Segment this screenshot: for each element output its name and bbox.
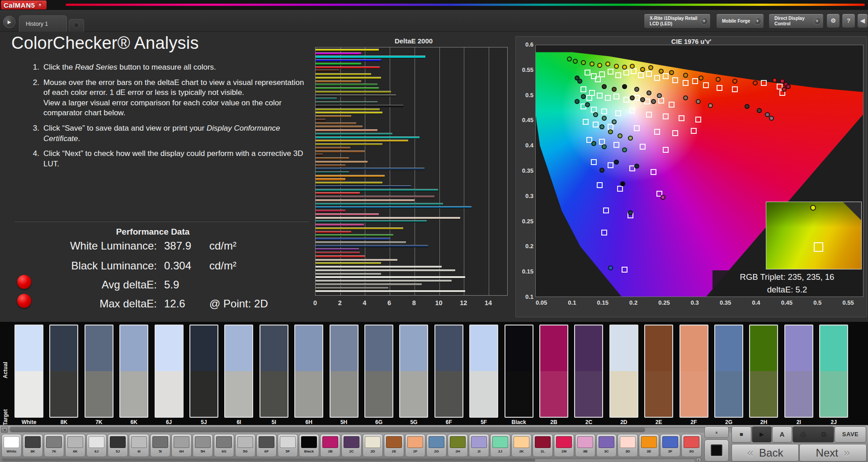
deltae-bar[interactable] [316,52,361,54]
settings-button[interactable]: ⚙ [826,14,840,28]
cie-measured-point[interactable] [591,141,596,146]
patch-swatch-button[interactable]: 6G [214,434,234,457]
cie-measured-point[interactable] [622,65,627,70]
deltae-bar[interactable] [316,206,472,208]
patch-swatch-button[interactable]: 2I [469,434,489,457]
cie-measured-point[interactable] [640,97,645,102]
deltae-bar[interactable] [316,238,390,240]
deltae-bar[interactable] [316,269,455,271]
deltae-bar[interactable] [316,98,337,99]
patch-swatch-button[interactable]: 5F [278,434,298,457]
patch-swatch-button[interactable]: 2B [320,434,340,457]
deltae-bar[interactable] [316,178,345,180]
deltae-bar[interactable] [316,234,393,236]
panel-expand-button[interactable]: ▲ [704,426,729,438]
deltae-bar[interactable] [316,231,351,233]
patch-swatch-button[interactable]: 8K [23,434,43,457]
deltae-bar[interactable] [316,165,345,166]
deltae-bar[interactable] [316,84,377,85]
patch-swatch-button[interactable]: 3G [681,434,702,457]
deltae-bar[interactable] [316,182,382,184]
deltae-bar[interactable] [316,115,351,117]
swatch-scrollbar[interactable] [1,458,695,462]
deltae-bar[interactable] [316,227,403,229]
deltae-bar[interactable] [316,241,406,243]
patch-swatch-button[interactable]: 3B [575,434,595,457]
stop-button[interactable]: ■ [731,426,751,443]
meter-dropdown[interactable]: X-Rite i1Display Retail LCD (LED) ▼ [644,14,711,28]
deltae-bar[interactable] [316,123,356,124]
deltae-bar[interactable] [316,137,420,138]
deltae-bar[interactable] [316,49,379,51]
deltae-bar[interactable] [316,126,363,127]
add-tab-button[interactable] [69,19,84,32]
patch-swatch-button[interactable]: 2F [405,434,425,457]
deltae-bar[interactable] [316,287,388,289]
cie-measured-point[interactable] [614,160,619,165]
deltae-bar[interactable] [316,94,396,96]
cie-measured-point[interactable] [599,124,604,129]
deltae-bar[interactable] [316,66,380,68]
deltae-bar[interactable] [316,210,345,212]
cie-measured-point[interactable] [782,87,787,92]
print-icon[interactable]: ⎙ [801,430,806,438]
deltae-bar[interactable] [316,108,380,110]
deltae-bar[interactable] [316,63,361,65]
cie-measured-point[interactable] [651,99,656,104]
deltae-bar[interactable] [316,157,349,159]
export-icon[interactable]: ⧉ [821,430,826,438]
deltae-bar[interactable] [316,91,391,93]
cie-measured-point[interactable] [634,164,639,169]
patch-swatch-button[interactable]: 2M [554,434,574,457]
patch-swatch-button[interactable]: 6H [171,434,192,457]
deltae-bar[interactable] [316,101,377,103]
patch-swatch-button[interactable]: 2J [490,434,510,457]
cie-measured-point[interactable] [612,119,617,124]
cie-measured-point[interactable] [573,59,578,64]
cie-measured-point[interactable] [608,265,613,270]
patch-swatch-button[interactable]: Black [299,434,319,457]
swatch-scroll-right-button[interactable]: ▸ [696,458,701,462]
cie-measured-point[interactable] [608,129,613,134]
display-control-dropdown[interactable]: Direct Display Control ▼ [769,14,824,28]
cie-measured-point[interactable] [622,84,627,89]
deltae-bar[interactable] [316,161,368,163]
deltae-bar[interactable] [316,112,382,113]
source-dropdown[interactable]: Mobile Forge ▼ [716,14,764,28]
back-button[interactable]: « Back [731,444,799,462]
cie-measured-point[interactable] [602,84,607,89]
deltae-bar[interactable] [316,189,438,191]
cie-measured-point[interactable] [753,80,758,85]
deltae-bar[interactable] [316,220,427,222]
deltae-bar[interactable] [316,283,422,285]
deltae-bar[interactable] [316,262,381,264]
cie-measured-point[interactable] [581,94,586,99]
cie-measured-point[interactable] [593,112,598,117]
deltae-bar[interactable] [316,203,443,205]
scroll-left-button[interactable]: ◂ [1,427,8,433]
patch-swatch-button[interactable]: 5G [235,434,255,457]
deltae-bar[interactable] [316,252,360,254]
patch-swatch-button[interactable]: 5H [193,434,213,457]
deltae-bar[interactable] [316,80,361,82]
collapse-panel-button[interactable]: ◀ [857,14,868,28]
patch-swatch-button[interactable]: 2K [511,434,532,457]
deltae-bar[interactable] [316,143,382,145]
deltae-bar[interactable] [316,185,411,187]
deltae-bar[interactable] [316,192,360,194]
cie-measured-point[interactable] [577,79,582,84]
patch-swatch-button[interactable]: 3C [596,434,617,457]
cie-measured-point[interactable] [620,181,625,186]
deltae-bar[interactable] [316,73,371,75]
deltae-bar[interactable] [316,105,403,107]
cie-measured-point[interactable] [612,87,617,92]
cie-measured-point[interactable] [602,116,607,121]
deltae-bar[interactable] [316,140,408,141]
workflow-menu-button[interactable]: ▶ [3,16,15,28]
deltae-bar[interactable] [316,217,460,219]
deltae-bar[interactable] [316,119,326,121]
swatch-scrollbar-thumb[interactable] [2,459,535,462]
patch-swatch-button[interactable]: 5I [150,434,170,457]
save-button[interactable]: SAVE [835,426,866,443]
read-continuous-button[interactable]: A [772,426,792,443]
